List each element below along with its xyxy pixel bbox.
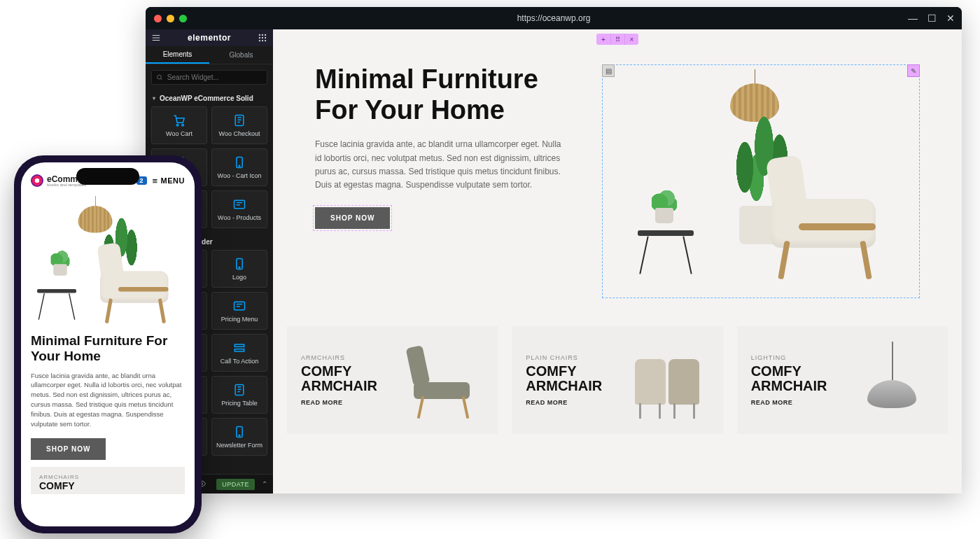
widget-label: Newsletter Form xyxy=(214,442,265,449)
phone-notch xyxy=(76,168,139,185)
hero-title[interactable]: Minimal Furniture For Your Home xyxy=(315,64,581,125)
widget-icon xyxy=(232,341,246,355)
product-card[interactable]: ARMCHAIRSCOMFY ARMCHAIRREAD MORE xyxy=(287,326,498,434)
window-minimize-icon[interactable]: — xyxy=(908,13,918,23)
svg-rect-28 xyxy=(235,384,244,395)
widget-search[interactable] xyxy=(151,70,267,85)
maximize-dot[interactable] xyxy=(179,15,187,22)
widget-icon xyxy=(232,197,246,211)
widget-icon xyxy=(232,299,246,313)
menu-icon[interactable] xyxy=(151,33,161,43)
close-dot[interactable] xyxy=(154,15,162,22)
shop-now-button[interactable]: SHOP NOW xyxy=(315,207,390,229)
apps-icon[interactable] xyxy=(258,33,267,43)
minimize-dot[interactable] xyxy=(167,15,174,22)
furniture-scene xyxy=(31,196,185,329)
widget-label: Woo Cart xyxy=(163,131,195,138)
svg-rect-17 xyxy=(234,200,245,209)
phone-mockup: eComm blocks and templates 🛍 2 ≡MENU Min… xyxy=(14,155,202,533)
read-more-link[interactable]: READ MORE xyxy=(751,399,841,406)
product-image xyxy=(625,342,709,419)
card-category: LIGHTING xyxy=(751,354,841,361)
widget-section-header[interactable]: OceanWP eCommerce Solid xyxy=(146,90,273,106)
svg-rect-25 xyxy=(234,349,244,351)
chevron-up-icon[interactable]: ⌃ xyxy=(262,480,267,488)
tab-elements[interactable]: Elements xyxy=(146,46,209,64)
widget-icon xyxy=(232,383,246,397)
widget-call-to-action[interactable]: Call To Action xyxy=(211,334,267,372)
widget-icon xyxy=(232,155,246,169)
svg-rect-22 xyxy=(234,302,245,310)
widget-pricing-table[interactable]: Pricing Table xyxy=(211,376,267,414)
elementor-panel-header: elementor xyxy=(146,29,273,46)
read-more-link[interactable]: READ MORE xyxy=(526,399,616,406)
widget-icon xyxy=(232,113,246,127)
address-bar-url[interactable]: https://oceanwp.org xyxy=(517,13,591,23)
svg-point-0 xyxy=(259,34,260,36)
widget-pricing-menu[interactable]: Pricing Menu xyxy=(211,292,267,330)
search-input[interactable] xyxy=(167,74,262,81)
card-title: COMFY xyxy=(39,480,176,491)
mobile-menu-button[interactable]: ≡MENU xyxy=(153,176,185,186)
svg-point-15 xyxy=(239,165,240,167)
svg-point-3 xyxy=(259,37,260,38)
product-image xyxy=(400,342,484,419)
hero-text-column[interactable]: Minimal Furniture For Your Home Fusce la… xyxy=(315,64,581,298)
card-title: COMFY ARMCHAIR xyxy=(526,364,616,393)
hero-image[interactable] xyxy=(607,69,915,293)
read-more-link[interactable]: READ MORE xyxy=(301,399,391,406)
svg-point-1 xyxy=(262,34,263,36)
widget-label: Woo Checkout xyxy=(216,131,263,138)
widget-woo-cart-icon[interactable]: Woo - Cart Icon xyxy=(211,148,267,186)
tab-globals[interactable]: Globals xyxy=(209,46,273,64)
svg-point-10 xyxy=(176,124,178,126)
widget-icon xyxy=(172,113,186,127)
window-maximize-icon[interactable]: ☐ xyxy=(927,13,937,23)
phone-screen: eComm blocks and templates 🛍 2 ≡MENU Min… xyxy=(21,162,195,526)
widget-woo-checkout[interactable]: Woo Checkout xyxy=(211,106,267,144)
widget-label: Pricing Table xyxy=(218,400,260,407)
widget-newsletter-form[interactable]: Newsletter Form xyxy=(211,418,267,456)
armchair-graphic xyxy=(757,139,897,279)
card-title: COMFY ARMCHAIR xyxy=(751,364,841,393)
editor-canvas[interactable]: + ⠿ × Minimal Furniture For Your Home Fu… xyxy=(273,29,962,493)
widget-logo[interactable]: Logo xyxy=(211,250,267,288)
svg-rect-24 xyxy=(234,344,244,346)
card-category: ARMCHAIRS xyxy=(301,354,391,361)
svg-point-8 xyxy=(265,40,266,41)
product-card[interactable]: LIGHTINGCOMFY ARMCHAIRREAD MORE xyxy=(737,326,948,434)
widget-label: Pricing Menu xyxy=(218,316,261,323)
hero-image-column[interactable]: ▤ ✎ xyxy=(602,64,920,298)
widget-woo-cart[interactable]: Woo Cart xyxy=(151,106,207,144)
mobile-hero: Minimal Furniture For Your Home Fusce la… xyxy=(21,192,195,460)
update-button[interactable]: UPDATE xyxy=(216,479,255,490)
svg-point-5 xyxy=(265,37,266,38)
window-controls: — ☐ ✕ xyxy=(908,13,955,23)
widget-label: Woo - Cart Icon xyxy=(215,173,265,180)
small-plant-graphic xyxy=(650,188,678,223)
search-icon xyxy=(156,74,163,81)
window-close-icon[interactable]: ✕ xyxy=(946,13,955,23)
hero-body[interactable]: Fusce lacinia gravida ante, ac blandit u… xyxy=(315,138,567,192)
logo-mark-icon xyxy=(31,174,43,187)
furniture-scene xyxy=(607,69,915,293)
svg-point-11 xyxy=(182,124,184,126)
svg-point-6 xyxy=(259,40,260,41)
svg-point-2 xyxy=(265,34,266,36)
svg-point-20 xyxy=(239,267,240,268)
svg-point-7 xyxy=(262,40,263,41)
svg-point-9 xyxy=(158,75,162,79)
widget-label: Woo - Products xyxy=(215,215,264,222)
mobile-cards: ARMCHAIRS COMFY xyxy=(21,467,195,494)
widget-woo-products[interactable]: Woo - Products xyxy=(211,190,267,228)
elementor-brand: elementor xyxy=(188,33,231,43)
product-cards-row[interactable]: ARMCHAIRSCOMFY ARMCHAIRREAD MOREPLAIN CH… xyxy=(273,326,962,448)
window-traffic-lights[interactable] xyxy=(154,15,187,22)
widget-label: Call To Action xyxy=(218,358,261,365)
browser-window: https://oceanwp.org — ☐ ✕ elementor Elem… xyxy=(146,7,962,493)
mobile-shop-now-button[interactable]: SHOP NOW xyxy=(31,438,106,460)
mobile-product-card[interactable]: ARMCHAIRS COMFY xyxy=(31,467,185,494)
product-card[interactable]: PLAIN CHAIRSCOMFY ARMCHAIRREAD MORE xyxy=(512,326,722,434)
widget-icon xyxy=(232,257,246,271)
hero-section[interactable]: Minimal Furniture For Your Home Fusce la… xyxy=(273,29,962,326)
